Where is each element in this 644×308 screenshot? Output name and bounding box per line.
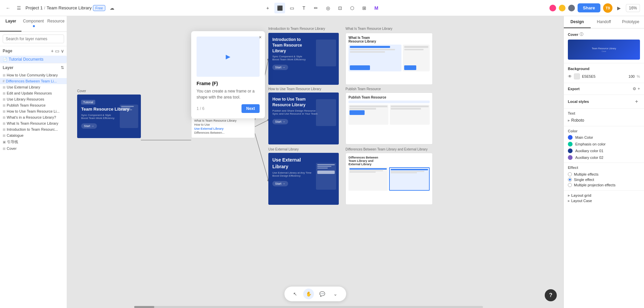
cover-frame[interactable]: Tutorial Team Resource Library Sync Comp… — [77, 95, 141, 138]
canvas[interactable]: Cover Tutorial Team Resource Library Syn… — [67, 16, 564, 308]
shapes-tool-button[interactable]: ◎ — [323, 3, 333, 13]
expand-tool[interactable]: ⌄ — [330, 289, 341, 299]
file-name[interactable]: Team Resource Library — [47, 5, 92, 10]
collab-icon-3[interactable] — [568, 5, 575, 11]
cover-thumbnail[interactable]: Team Resource Library Cover — [568, 40, 640, 60]
boolean-tool-button[interactable]: ⬡ — [347, 3, 358, 13]
topbar-center-tools: + ⬛ ▭ T ✏ ◎ ⊡ ⬡ ⊞ M — [262, 3, 382, 13]
effect-multiple-radio[interactable] — [568, 172, 572, 176]
tab-handoff[interactable]: Handoff — [591, 16, 618, 28]
avatar[interactable]: T9 — [603, 3, 612, 13]
search-input[interactable] — [3, 35, 64, 43]
layer-item-publish[interactable]: ⊞Publish Team Resource — [0, 102, 67, 108]
page-view-icon[interactable]: ▭ — [55, 48, 59, 54]
layer-item-how-team[interactable]: ⊞How to Use Team Resource Li... — [0, 108, 67, 114]
right-sidebar: Design Handoff Prototype Cover ⓘ Team Re… — [564, 16, 644, 308]
bottom-scrollbar[interactable] — [134, 306, 483, 308]
tab-design[interactable]: Design — [564, 16, 591, 28]
export-add-icon[interactable]: + — [638, 86, 640, 91]
layer-item-guide[interactable]: ▣引导线 — [0, 138, 67, 145]
page-expand-icon[interactable]: ∨ — [61, 48, 64, 54]
layer-item-catalogue[interactable]: ⊞Catalogue — [0, 132, 67, 138]
aux2-color-label: Auxiliary color 02 — [575, 156, 603, 160]
tab-layer[interactable]: Layer — [0, 16, 21, 32]
effect-single-radio[interactable] — [568, 178, 572, 182]
pen-tool-button[interactable]: ✏ — [311, 3, 321, 13]
tab-resource[interactable]: Resource — [45, 16, 67, 32]
tooltip-page: 1 / 6 — [197, 106, 204, 111]
publish-frame-label: Publish Team Resource — [345, 87, 381, 91]
share-button[interactable]: Share — [578, 3, 600, 12]
tab-component[interactable]: Component — [21, 16, 45, 32]
aux2-color-dot[interactable] — [568, 155, 573, 160]
layer-item[interactable]: ⊞How to Use Community Library — [0, 72, 67, 78]
layer-item-what-is[interactable]: ⊞What Is Team Resource Library — [0, 120, 67, 126]
collab-icon-1[interactable] — [549, 5, 556, 11]
font-name[interactable]: Roboto — [571, 118, 584, 123]
layer-item-edit[interactable]: ⊞Edit and Update Resources — [0, 90, 67, 96]
comment-tool[interactable]: 💬 — [317, 289, 327, 299]
layer-item-differences[interactable]: #Differences Between Team Li... — [0, 78, 67, 84]
sidebar-tabs: Layer Component Resource — [0, 16, 67, 32]
cover-start: Start → — [81, 123, 97, 129]
aux1-color-dot[interactable] — [568, 148, 573, 153]
bg-visibility-icon[interactable]: 👁 — [568, 74, 572, 79]
effect-projection-radio[interactable] — [568, 183, 572, 187]
cloud-icon: ☁ — [108, 4, 116, 12]
what-frame[interactable]: What Is TeamResource Library — [345, 33, 433, 85]
back-icon[interactable]: ← — [4, 4, 12, 12]
next-button[interactable]: Next — [241, 104, 260, 113]
effect-title: Effect — [568, 166, 640, 170]
cursor-tool[interactable]: ↖ — [290, 289, 301, 299]
emphasis-color-label: Emphasis on color — [575, 142, 606, 146]
tooltip-close-button[interactable]: × — [259, 35, 262, 40]
help-button[interactable]: ? — [545, 289, 557, 301]
effect-single[interactable]: Single effect — [568, 177, 640, 182]
emphasis-color-dot[interactable] — [568, 142, 573, 146]
external-frame[interactable]: Use ExternalLibrary Use External Library… — [268, 153, 339, 205]
cover-info-icon[interactable]: ⓘ — [580, 32, 583, 37]
scrollbar-thumb[interactable] — [134, 306, 154, 308]
plugin-button[interactable]: M — [371, 3, 382, 13]
tab-prototype[interactable]: Prototype — [617, 16, 644, 28]
frame-tool-button[interactable]: ⬛ — [274, 3, 285, 13]
bg-opacity-value[interactable]: 100 — [629, 74, 635, 78]
play-icon[interactable]: ▶ — [615, 4, 623, 12]
font-item: ▶ Roboto — [568, 117, 640, 123]
hand-tool[interactable]: ✋ — [303, 289, 314, 299]
page-item-tutorial[interactable]: 📄 Tutorial Documents — [0, 56, 67, 63]
publish-frame[interactable]: Publish Team Resource — [345, 93, 433, 144]
color-list: Main Color Emphasis on color Auxiliary c… — [568, 135, 640, 160]
intro-frame[interactable]: Introduction toTeam ResourceLibrary Sync… — [268, 33, 339, 85]
layer-item-use-library[interactable]: ⊞Use Library Resources — [0, 96, 67, 102]
cover-section: Cover ⓘ Team Resource Library Cover — [564, 28, 644, 63]
zoom-level[interactable]: 16% — [626, 4, 640, 12]
text-tool-button[interactable]: T — [299, 3, 309, 13]
layer-item-cover[interactable]: ⊞Cover — [0, 145, 67, 151]
crop-tool-button[interactable]: ⊞ — [359, 3, 370, 13]
layout-case-label[interactable]: Layout Case — [571, 199, 592, 203]
bg-color-value[interactable]: E5E5E5 — [582, 74, 627, 78]
bg-color-swatch[interactable] — [574, 73, 580, 79]
layer-sort-icon[interactable]: ⇅ — [61, 65, 64, 70]
menu-icon[interactable]: ☰ — [15, 4, 23, 12]
mask-tool-button[interactable]: ⊡ — [335, 3, 345, 13]
layer-item-external[interactable]: ⊞Use External Library — [0, 84, 67, 90]
how-frame[interactable]: How to Use TeamResource Library Publish … — [268, 93, 339, 144]
export-label: Export — [568, 87, 580, 91]
export-settings-icon[interactable]: ⚙ — [633, 86, 636, 91]
layer-item-whats[interactable]: ⊞What's in a Resource Library? — [0, 114, 67, 120]
layer-item-intro[interactable]: ⊞Introduction to Team Resourc... — [0, 126, 67, 132]
project-name[interactable]: Project 1 — [25, 5, 43, 10]
effect-projection[interactable]: Multiple projection effects — [568, 182, 640, 188]
add-page-icon[interactable]: + — [51, 48, 54, 54]
main-color-dot[interactable] — [568, 135, 573, 140]
diff-frame[interactable]: Differences BetweenTeam Library andExter… — [345, 153, 433, 205]
topbar-right: Share T9 ▶ 16% — [549, 3, 640, 13]
add-button[interactable]: + — [262, 3, 273, 13]
collab-icon-2[interactable] — [559, 5, 566, 11]
local-styles-add[interactable]: + — [633, 98, 640, 105]
effect-multiple[interactable]: Multiple effects — [568, 172, 640, 177]
rect-tool-button[interactable]: ▭ — [286, 3, 297, 13]
effect-single-label: Single effect — [574, 178, 594, 182]
